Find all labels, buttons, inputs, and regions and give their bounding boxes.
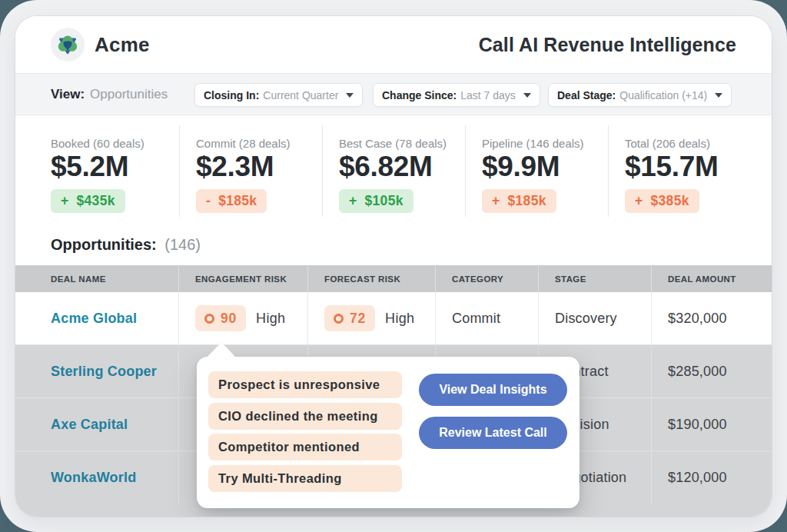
delta-amount: $105k — [365, 193, 403, 209]
opportunities-heading: Opportunities: (146) — [15, 227, 772, 265]
delta-sign: + — [61, 193, 69, 209]
brand-name: Acme — [95, 33, 150, 57]
forecast-risk-cell: 72 High — [308, 292, 436, 344]
view-label: View: — [51, 87, 85, 102]
page-frame: Acme Call AI Revenue Intelligence View: … — [0, 0, 787, 532]
filter-value: Last 7 days — [460, 89, 516, 101]
opportunities-title: Opportunities: — [51, 236, 157, 253]
review-latest-call-button[interactable]: Review Latest Call — [419, 417, 567, 449]
chevron-down-icon — [346, 93, 354, 98]
stat-best-case: Best Case (78 deals) $6.82M +$105k — [322, 115, 465, 227]
amount-value: $120,000 — [668, 470, 727, 486]
amount-value: $285,000 — [668, 364, 727, 380]
acme-logo-icon — [57, 34, 78, 55]
deal-name-cell: WonkaWorld — [15, 451, 179, 504]
category-value: Commit — [452, 311, 500, 327]
stat-value: $9.9M — [482, 151, 608, 182]
table-row: Acme Global 90 High 72 High Commi — [15, 292, 772, 344]
filter-label: Deal Stage: — [557, 89, 616, 101]
filter-bar: View: Opportunities Closing In: Current … — [15, 73, 772, 115]
deal-name-cell: Acme Global — [15, 292, 179, 344]
deal-insights-popover: Prospect is unresponsive CIO declined th… — [197, 357, 579, 508]
stage-value: Discovery — [555, 311, 617, 327]
risk-score: 72 — [350, 311, 366, 327]
insight-chip: Try Multi-Threading — [208, 465, 402, 492]
deal-name-cell: Sterling Cooper — [15, 345, 179, 397]
stat-value: $2.3M — [196, 151, 322, 182]
stat-value: $5.2M — [51, 151, 179, 182]
view-deal-insights-button[interactable]: View Deal Insights — [419, 374, 567, 406]
deal-link[interactable]: Axe Capital — [51, 417, 128, 433]
view-value: Opportunities — [90, 87, 168, 102]
amount-value: $190,000 — [668, 417, 727, 433]
engagement-risk-cell: 90 High — [179, 292, 308, 344]
delta-sign: + — [635, 193, 643, 209]
deal-amount-cell: $190,000 — [652, 398, 772, 451]
filter-value: Qualification (+14) — [619, 89, 707, 101]
risk-level: High — [256, 311, 285, 327]
delta-amount: $385k — [651, 193, 689, 209]
amount-value: $320,000 — [668, 311, 727, 327]
app-title: Call AI Revenue Intelligence — [479, 34, 736, 56]
column-header-engagement-risk: ENGAGEMENT RISK — [179, 265, 308, 292]
risk-level: High — [385, 311, 414, 327]
filter-change-since[interactable]: Change Since: Last 7 days — [373, 83, 540, 107]
insight-chips: Prospect is unresponsive CIO declined th… — [208, 371, 402, 496]
deal-link[interactable]: Acme Global — [51, 311, 137, 327]
popover-actions: View Deal Insights Review Latest Call — [419, 374, 567, 460]
stat-label: Pipeline (146 deals) — [482, 136, 608, 151]
delta-sign: - — [206, 193, 211, 209]
brand-logo — [51, 28, 85, 62]
insight-chip: Prospect is unresponsive — [208, 371, 402, 398]
column-header-deal-name: DEAL NAME — [15, 265, 179, 292]
opportunities-count: (146) — [164, 236, 201, 253]
table-header-row: DEAL NAME ENGAGEMENT RISK FORECAST RISK … — [15, 265, 772, 292]
stat-commit: Commit (28 deals) $2.3M -$185k — [179, 115, 322, 227]
column-header-deal-amount: DEAL AMOUNT — [652, 265, 772, 292]
deal-name-cell: Axe Capital — [15, 398, 179, 451]
stat-label: Booked (60 deals) — [51, 136, 179, 151]
stat-total: Total (206 deals) $15.7M +$385k — [608, 115, 772, 227]
stats-row: Booked (60 deals) $5.2M +$435k Commit (2… — [15, 115, 772, 227]
insight-chip: CIO declined the meeting — [208, 403, 402, 430]
engagement-risk-badge[interactable]: 90 — [195, 305, 246, 331]
stat-label: Total (206 deals) — [625, 136, 772, 151]
risk-donut-icon — [204, 314, 214, 324]
deal-link[interactable]: Sterling Cooper — [51, 364, 157, 380]
stat-booked: Booked (60 deals) $5.2M +$435k — [15, 115, 179, 227]
stat-delta-badge: +$185k — [482, 189, 556, 213]
stat-value: $15.7M — [625, 151, 772, 182]
filter-closing-in[interactable]: Closing In: Current Quarter — [194, 83, 363, 107]
deal-amount-cell: $320,000 — [652, 292, 772, 344]
stat-delta-badge: +$385k — [625, 189, 699, 213]
filter-deal-stage[interactable]: Deal Stage: Qualification (+14) — [548, 83, 732, 107]
stat-value: $6.82M — [339, 151, 465, 182]
deal-link[interactable]: WonkaWorld — [51, 470, 136, 486]
delta-amount: $185k — [218, 193, 257, 209]
delta-amount: $435k — [77, 193, 115, 209]
deal-amount-cell: $285,000 — [652, 345, 772, 397]
column-header-category: CATEGORY — [436, 265, 539, 292]
stat-label: Best Case (78 deals) — [339, 136, 465, 151]
column-header-forecast-risk: FORECAST RISK — [308, 265, 436, 292]
stat-delta-badge: -$185k — [196, 189, 267, 213]
filter-label: Closing In: — [204, 89, 259, 101]
stage-cell: Discovery — [539, 292, 652, 344]
delta-sign: + — [492, 193, 500, 209]
stat-delta-badge: +$435k — [51, 189, 125, 213]
filter-value: Current Quarter — [263, 89, 338, 101]
column-header-stage: STAGE — [539, 265, 652, 292]
chevron-down-icon — [523, 93, 531, 98]
app-header: Acme Call AI Revenue Intelligence — [15, 16, 772, 73]
forecast-risk-badge[interactable]: 72 — [324, 305, 375, 331]
risk-donut-icon — [334, 314, 344, 324]
delta-sign: + — [349, 193, 357, 209]
filter-label: Change Since: — [382, 89, 457, 101]
insight-chip: Competitor mentioned — [208, 434, 402, 461]
stat-delta-badge: +$105k — [339, 189, 413, 213]
delta-amount: $185k — [508, 193, 546, 209]
stat-pipeline: Pipeline (146 deals) $9.9M +$185k — [465, 115, 608, 227]
risk-score: 90 — [221, 311, 237, 327]
deal-amount-cell: $120,000 — [652, 451, 772, 504]
popover-caret-icon — [207, 342, 236, 357]
